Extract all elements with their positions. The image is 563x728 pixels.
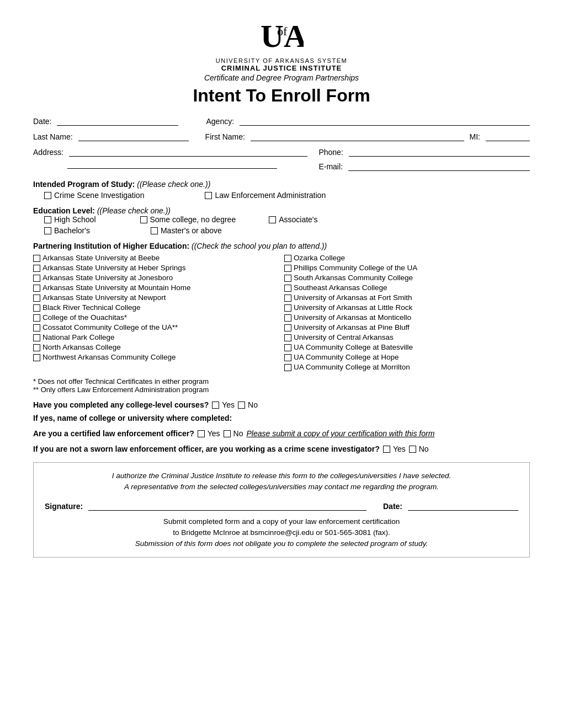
program-checkbox-2[interactable] <box>205 192 212 199</box>
inst-checkbox-southeast[interactable] <box>284 285 291 292</box>
inst-checkbox-northwest[interactable] <box>33 354 40 361</box>
crime-scene-no[interactable]: No <box>409 445 429 453</box>
inst-morrilton[interactable]: UA Community College at Morrilton <box>284 363 530 371</box>
law-enforcement-no[interactable]: No <box>224 429 243 438</box>
inst-checkbox-fort-smith[interactable] <box>284 295 291 302</box>
mi-field[interactable] <box>486 131 530 141</box>
authorize-text-2: A representative from the selected colle… <box>45 481 518 493</box>
intended-program-section: Intended Program of Study: ((Please chec… <box>33 180 530 200</box>
last-name-field[interactable] <box>78 131 189 141</box>
inst-checkbox-hope[interactable] <box>284 354 291 361</box>
signature-field[interactable] <box>88 501 367 511</box>
partnering-section: Partnering Institution of Higher Educati… <box>33 242 530 394</box>
crime-scene-yes-checkbox[interactable] <box>383 446 390 453</box>
law-enforcement-note: Please submit a copy of your certificati… <box>247 429 435 438</box>
law-enforcement-yes[interactable]: Yes <box>198 429 220 438</box>
program-checkbox-1[interactable] <box>44 192 51 199</box>
edu-option-some-college[interactable]: Some college, no degree <box>140 215 236 224</box>
agency-field[interactable] <box>240 116 530 126</box>
intended-program-heading: Intended Program of Study: <box>33 180 135 189</box>
inst-checkbox-monticello[interactable] <box>284 314 291 322</box>
inst-monticello[interactable]: University of Arkansas at Monticello <box>284 313 530 322</box>
date-field[interactable] <box>57 116 178 126</box>
inst-south-arkansas[interactable]: South Arkansas Community College <box>284 274 530 282</box>
inst-northwest[interactable]: Northwest Arkansas Community College <box>33 353 279 361</box>
inst-checkbox-pine-bluff[interactable] <box>284 324 291 331</box>
inst-southeast[interactable]: Southeast Arkansas College <box>284 283 530 292</box>
crime-scene-yes[interactable]: Yes <box>383 445 406 453</box>
inst-checkbox-south-arkansas[interactable] <box>284 275 291 282</box>
law-enforcement-question: Are you a certified law enforcement offi… <box>33 429 194 438</box>
edu-option-bachelors[interactable]: Bachelor's <box>44 226 90 235</box>
edu-checkbox-high-school[interactable] <box>44 216 51 223</box>
program-option-2[interactable]: Law Enforcement Administration <box>205 191 326 200</box>
college-courses-section: Have you completed any college-level cou… <box>33 400 530 409</box>
inst-checkbox-newport[interactable] <box>33 295 40 302</box>
law-enforcement-no-label: No <box>233 429 243 438</box>
edu-checkbox-associates[interactable] <box>269 216 276 223</box>
inst-national-park[interactable]: National Park College <box>33 333 279 341</box>
crime-scene-question: If you are not a sworn law enforcement o… <box>33 445 380 453</box>
inst-label-jonesboro: Arkansas State University at Jonesboro <box>43 274 173 282</box>
crime-scene-no-checkbox[interactable] <box>409 446 416 453</box>
inst-north-arkansas[interactable]: North Arkansas College <box>33 343 279 351</box>
inst-jonesboro[interactable]: Arkansas State University at Jonesboro <box>33 274 279 282</box>
inst-ouachitas[interactable]: College of the Ouachitas* <box>33 313 279 322</box>
inst-checkbox-morrilton[interactable] <box>284 364 291 371</box>
address-field-1[interactable] <box>69 147 307 157</box>
program-label-2: Law Enforcement Administration <box>215 191 326 200</box>
phone-label: Phone: <box>318 148 343 157</box>
edu-option-high-school[interactable]: High School <box>44 215 96 224</box>
inst-label-little-rock: University of Arkansas at Little Rock <box>294 303 412 312</box>
inst-checkbox-north-arkansas[interactable] <box>33 344 40 351</box>
inst-checkbox-cossatot[interactable] <box>33 324 40 331</box>
first-name-field[interactable] <box>251 131 464 141</box>
sig-date-field[interactable] <box>408 501 518 511</box>
inst-mountain-home[interactable]: Arkansas State University at Mountain Ho… <box>33 283 279 292</box>
inst-beebe[interactable]: Arkansas State University at Beebe <box>33 254 279 262</box>
edu-option-associates[interactable]: Associate's <box>269 215 317 224</box>
law-enforcement-yes-checkbox[interactable] <box>198 430 205 437</box>
inst-checkbox-phillips[interactable] <box>284 265 291 272</box>
edu-option-masters[interactable]: Master's or above <box>151 226 222 235</box>
address-field-2[interactable] <box>67 159 277 169</box>
inst-newport[interactable]: Arkansas State University at Newport <box>33 293 279 302</box>
edu-checkbox-some-college[interactable] <box>140 216 147 223</box>
edu-checkbox-bachelors[interactable] <box>44 227 51 234</box>
college-courses-no-checkbox[interactable] <box>238 402 245 409</box>
edu-checkbox-masters[interactable] <box>151 227 158 234</box>
inst-checkbox-jonesboro[interactable] <box>33 275 40 282</box>
inst-checkbox-mountain-home[interactable] <box>33 285 40 292</box>
inst-heber[interactable]: Arkansas State University at Heber Sprin… <box>33 264 279 272</box>
inst-central-arkansas[interactable]: University of Central Arkansas <box>284 333 530 341</box>
college-courses-no[interactable]: No <box>238 400 258 409</box>
inst-hope[interactable]: UA Community College at Hope <box>284 353 530 361</box>
inst-fort-smith[interactable]: University of Arkansas at Fort Smith <box>284 293 530 302</box>
inst-label-cossatot: Cossatot Community College of the UA** <box>43 323 178 331</box>
college-courses-yes[interactable]: Yes <box>212 400 235 409</box>
inst-checkbox-little-rock[interactable] <box>284 304 291 312</box>
inst-label-morrilton: UA Community College at Morrilton <box>294 363 410 371</box>
inst-cossatot[interactable]: Cossatot Community College of the UA** <box>33 323 279 331</box>
college-courses-yes-checkbox[interactable] <box>212 402 219 409</box>
inst-batesville[interactable]: UA Community College at Batesville <box>284 343 530 351</box>
inst-phillips[interactable]: Phillips Community College of the UA <box>284 264 530 272</box>
phone-field[interactable] <box>349 147 530 157</box>
inst-ozarka[interactable]: Ozarka College <box>284 254 530 262</box>
inst-checkbox-batesville[interactable] <box>284 344 291 351</box>
email-field[interactable] <box>348 161 530 171</box>
law-enforcement-no-checkbox[interactable] <box>224 430 231 437</box>
inst-checkbox-ozarka[interactable] <box>284 255 291 262</box>
program-option-1[interactable]: Crime Scene Investigation <box>44 191 144 200</box>
inst-checkbox-heber[interactable] <box>33 265 40 272</box>
intended-program-note: ((Please check one.)) <box>137 180 210 189</box>
inst-checkbox-central-arkansas[interactable] <box>284 334 291 341</box>
inst-checkbox-national-park[interactable] <box>33 334 40 341</box>
inst-checkbox-black-river[interactable] <box>33 304 40 312</box>
inst-black-river[interactable]: Black River Technical College <box>33 303 279 312</box>
inst-pine-bluff[interactable]: University of Arkansas at Pine Bluff <box>284 323 530 331</box>
inst-little-rock[interactable]: University of Arkansas at Little Rock <box>284 303 530 312</box>
inst-checkbox-ouachitas[interactable] <box>33 314 40 322</box>
inst-checkbox-beebe[interactable] <box>33 255 40 262</box>
inst-label-phillips: Phillips Community College of the UA <box>294 264 417 272</box>
